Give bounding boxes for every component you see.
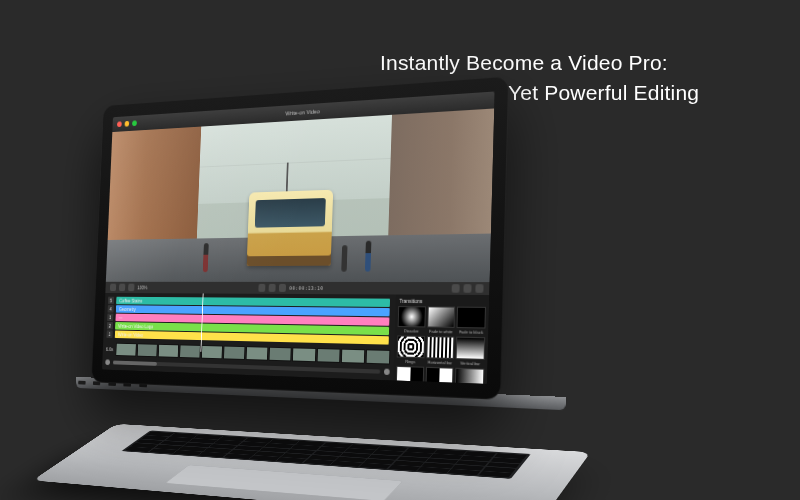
transition-label: Rings <box>405 359 415 365</box>
transition-item[interactable]: Horizontal bar <box>426 336 455 365</box>
transition-item[interactable]: Rings <box>397 336 425 365</box>
thumbnail[interactable] <box>158 344 179 358</box>
thumbnail[interactable] <box>316 348 340 363</box>
timeline-scrollbar[interactable] <box>113 361 381 374</box>
tram-illustration <box>246 190 333 266</box>
transition-preview-icon <box>456 337 485 360</box>
prev-frame-icon[interactable] <box>258 284 265 292</box>
app-window: Write-on Video 100% <box>102 91 495 384</box>
play-icon[interactable] <box>269 284 276 292</box>
transitions-panel: Transitions DissolveFade to whiteFade to… <box>393 295 489 384</box>
laptop-deck <box>33 424 591 500</box>
text-icon[interactable] <box>119 284 125 292</box>
close-icon[interactable] <box>117 121 122 127</box>
track-index: 1 <box>106 330 112 338</box>
add-icon[interactable] <box>110 284 116 291</box>
transition-item[interactable]: Vertical bar <box>456 337 485 366</box>
panel-title: Transitions <box>398 298 486 305</box>
track-index: 2 <box>107 322 113 330</box>
timeline-tracks[interactable]: 5 Coffee Stains 4 Geometry 3 — 2 Write-o… <box>102 293 396 381</box>
transition-preview-icon <box>457 307 486 329</box>
zoom-level[interactable]: 100% <box>137 285 147 291</box>
thumbnail[interactable] <box>223 346 245 360</box>
thumbnail[interactable] <box>292 347 316 362</box>
thumbnail[interactable] <box>137 343 158 357</box>
thumbnail[interactable] <box>269 347 292 362</box>
share-icon[interactable] <box>475 284 483 293</box>
next-frame-icon[interactable] <box>279 284 286 292</box>
transition-item[interactable]: Fade to black <box>457 307 486 336</box>
laptop-lid: Write-on Video 100% <box>91 76 509 400</box>
zoom-in-icon[interactable] <box>384 369 390 375</box>
port-icon <box>78 381 85 385</box>
timeline-panel: 5 Coffee Stains 4 Geometry 3 — 2 Write-o… <box>102 293 489 384</box>
transition-item[interactable]: Wipe left <box>396 366 424 384</box>
transition-preview-icon <box>396 366 424 384</box>
scrollbar-thumb[interactable] <box>113 361 157 366</box>
cut-icon[interactable] <box>128 284 134 292</box>
window-title: Write-on Video <box>285 108 319 116</box>
transition-preview-icon <box>425 367 454 384</box>
thumbnail[interactable] <box>246 346 269 361</box>
settings-icon[interactable] <box>452 284 460 293</box>
thumbnail[interactable] <box>179 344 201 358</box>
clip-duration: 6.0s <box>106 346 113 352</box>
window-titlebar[interactable]: Write-on Video <box>112 91 494 132</box>
thumbnail[interactable] <box>365 349 390 364</box>
headline-line-1: Instantly Become a Video Pro: <box>380 48 699 78</box>
transition-item[interactable]: Fade to white <box>427 306 456 335</box>
transition-label: Horizontal bar <box>428 359 452 365</box>
timecode-display: 00:00:13:10 <box>289 285 323 291</box>
thumbnail[interactable] <box>201 345 223 359</box>
transition-label: Vertical bar <box>460 360 480 366</box>
transition-label: Fade to white <box>429 329 453 335</box>
track-index: 4 <box>108 305 114 313</box>
transition-preview-icon <box>426 336 455 359</box>
zoom-out-icon[interactable] <box>105 359 110 365</box>
track-index: 5 <box>108 297 114 305</box>
fullscreen-icon[interactable] <box>132 120 137 126</box>
thumbnail[interactable] <box>116 343 137 357</box>
laptop-keyboard <box>121 431 531 479</box>
transition-item[interactable]: Dissolve <box>397 306 425 334</box>
thumbnail[interactable] <box>341 349 365 364</box>
minimize-icon[interactable] <box>125 121 130 127</box>
transition-item[interactable]: Gradient <box>455 368 484 384</box>
transition-label: Dissolve <box>404 329 419 335</box>
transition-label: Fade to black <box>459 330 483 336</box>
export-icon[interactable] <box>463 284 471 293</box>
laptop-mockup: Write-on Video 100% <box>10 80 570 480</box>
transition-item[interactable]: Wipe right <box>425 367 454 384</box>
transition-preview-icon <box>455 368 484 384</box>
transition-preview-icon <box>397 336 425 358</box>
video-preview[interactable] <box>106 108 494 282</box>
transition-preview-icon <box>398 306 426 328</box>
track-index: 3 <box>107 313 113 321</box>
transition-preview-icon <box>427 306 456 328</box>
